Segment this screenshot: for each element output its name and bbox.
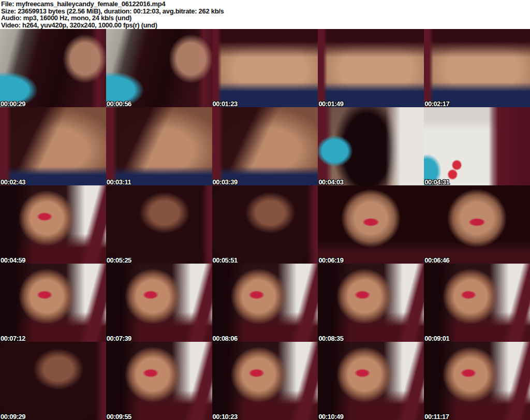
file-info-header: File: myfreecams_haileycandy_female_0612… [0,0,530,29]
video-thumbnail[interactable]: 00:11:17 [424,342,530,420]
video-thumbnail[interactable]: 00:00:56 [106,29,212,107]
timestamp-overlay: 00:06:46 [424,257,449,264]
video-thumbnail[interactable]: 00:02:43 [0,107,106,185]
timestamp-overlay: 00:09:55 [107,413,131,420]
timestamp-overlay: 00:10:49 [318,413,343,420]
timestamp-overlay: 00:08:35 [318,335,343,342]
timestamp-overlay: 00:01:49 [318,100,343,107]
file-info-line-audio: Audio: mp3, 16000 Hz, mono, 24 kb/s (und… [1,15,530,22]
timestamp-overlay: 00:08:06 [213,335,238,342]
timestamp-overlay: 00:02:43 [1,179,25,185]
timestamp-overlay: 00:00:56 [107,100,131,107]
video-thumbnail[interactable]: 00:08:06 [212,264,318,342]
timestamp-overlay: 00:01:23 [213,100,238,107]
video-thumbnail[interactable]: 00:10:23 [212,342,318,420]
video-thumbnail[interactable]: 00:06:46 [424,185,530,264]
video-thumbnail[interactable]: 00:09:01 [424,264,530,342]
video-thumbnail[interactable]: 00:01:23 [212,29,318,107]
video-thumbnail[interactable]: 00:01:49 [318,29,424,107]
timestamp-overlay: 00:04:03 [318,179,343,185]
timestamp-overlay: 00:02:17 [424,100,449,107]
video-thumbnail[interactable]: 00:07:12 [0,264,106,342]
file-info-line-size: Size: 23659913 bytes (22.56 MiB), durati… [1,8,530,15]
video-thumbnail[interactable]: 00:04:03 [318,107,424,185]
video-thumbnail[interactable]: 00:02:17 [424,29,530,107]
file-info-line-video: Video: h264, yuv420p, 320x240, 1000.00 f… [1,22,530,29]
video-contact-sheet: File: myfreecams_haileycandy_female_0612… [0,0,530,420]
video-thumbnail[interactable]: 00:08:35 [318,264,424,342]
timestamp-overlay: 00:00:29 [1,100,25,107]
video-thumbnail[interactable]: 00:07:39 [106,264,212,342]
video-thumbnail[interactable]: 00:04:59 [0,185,106,264]
video-thumbnail[interactable]: 00:04:31 [424,107,530,185]
timestamp-overlay: 00:10:23 [213,413,238,420]
timestamp-overlay: 00:05:25 [107,257,131,264]
timestamp-overlay: 00:04:59 [1,257,25,264]
timestamp-overlay: 00:06:19 [318,257,343,264]
timestamp-overlay: 00:03:39 [213,179,238,185]
video-thumbnail[interactable]: 00:05:51 [212,185,318,264]
video-thumbnail[interactable]: 00:10:49 [318,342,424,420]
file-info-line-file: File: myfreecams_haileycandy_female_0612… [1,1,530,8]
video-thumbnail[interactable]: 00:09:55 [106,342,212,420]
timestamp-overlay: 00:07:12 [1,335,25,342]
timestamp-overlay: 00:11:17 [424,413,449,420]
thumbnail-grid: 00:00:29 00:00:56 00:01:23 00:01:49 00:0… [0,29,530,420]
timestamp-overlay: 00:09:29 [1,413,25,420]
timestamp-overlay: 00:09:01 [424,335,449,342]
video-thumbnail[interactable]: 00:03:39 [212,107,318,185]
timestamp-overlay: 00:05:51 [213,257,238,264]
timestamp-overlay: 00:04:31 [424,179,449,185]
timestamp-overlay: 00:07:39 [107,335,131,342]
timestamp-overlay: 00:03:11 [107,179,131,185]
video-thumbnail[interactable]: 00:06:19 [318,185,424,264]
video-thumbnail[interactable]: 00:05:25 [106,185,212,264]
video-thumbnail[interactable]: 00:00:29 [0,29,106,107]
video-thumbnail[interactable]: 00:09:29 [0,342,106,420]
video-thumbnail[interactable]: 00:03:11 [106,107,212,185]
